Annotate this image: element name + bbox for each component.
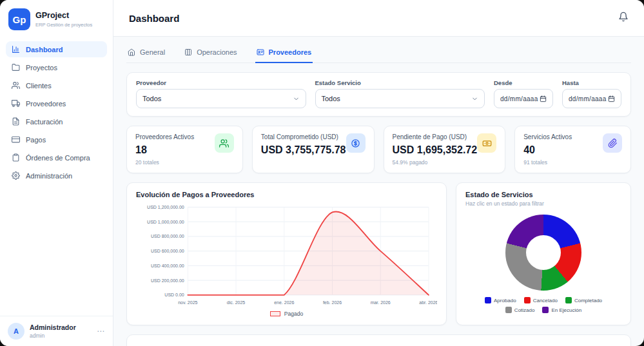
avatar: A — [8, 323, 24, 340]
filter-hasta: Hasta dd/mm/aaaa — [562, 79, 621, 108]
sidebar-item-ordenes-de-compra[interactable]: Órdenes de Compra — [6, 149, 107, 166]
sidebar-item-label: Pagos — [26, 136, 46, 144]
sidebar-item-label: Facturación — [26, 118, 63, 126]
stat-value: USD 3,755,775.78 — [261, 144, 346, 156]
calendar-icon[interactable] — [540, 95, 547, 102]
donut-legend: AprobadoCanceladoCompletadoCotizadoEn Ej… — [465, 297, 621, 313]
svg-text:USD 0.00: USD 0.00 — [164, 293, 184, 297]
chevron-down-icon[interactable] — [471, 95, 478, 102]
brand: Gp GProject ERP Gestión de proyectos — [0, 0, 113, 37]
stat-card-total-comprometido: Total Comprometido (USD) USD 3,755,775.7… — [252, 126, 375, 173]
donut-legend-item[interactable]: Aprobado — [485, 297, 516, 303]
svg-text:USD 400,000.00: USD 400,000.00 — [151, 264, 184, 268]
bar-chart-icon — [12, 45, 20, 53]
chart-subtitle: Haz clic en un estado para filtrar — [465, 200, 621, 207]
paperclip-icon — [603, 133, 622, 153]
sidebar-item-label: Proyectos — [26, 64, 57, 72]
stat-value: 18 — [135, 144, 194, 156]
svg-text:USD 800,000.00: USD 800,000.00 — [151, 234, 184, 238]
sidebar: Gp GProject ERP Gestión de proyectos Das… — [0, 0, 113, 346]
app-name: GProject — [35, 11, 92, 21]
banknote-icon — [477, 133, 496, 153]
chevron-down-icon[interactable] — [293, 95, 300, 102]
bell-icon[interactable] — [618, 12, 629, 24]
credit-card-icon — [12, 135, 20, 144]
user-menu-button[interactable]: ⋯ — [97, 327, 105, 336]
donut-legend-item[interactable]: Cotizado — [505, 307, 535, 313]
top-bar: Dashboard — [113, 0, 644, 37]
dollar-circle-icon — [346, 133, 366, 153]
sidebar-item-dashboard[interactable]: Dashboard — [6, 41, 107, 57]
legend-color-box — [524, 297, 531, 303]
filter-estado-servicio: Estado Servicio Todos — [315, 79, 485, 108]
legend-color-box — [565, 297, 572, 303]
stat-card-proveedores-activos: Proveedores Activos 18 20 totales — [126, 126, 243, 173]
sidebar-item-proveedores[interactable]: Proveedores — [6, 95, 107, 111]
tab-label: Proveedores — [269, 48, 312, 56]
filter-label: Hasta — [562, 79, 621, 86]
sidebar-item-label: Órdenes de Compra — [26, 154, 90, 162]
stat-sub — [261, 159, 346, 165]
clipboard-icon — [12, 153, 20, 162]
sidebar-item-clientes[interactable]: Clientes — [6, 77, 107, 93]
file-text-icon — [12, 117, 20, 126]
filter-label: Estado Servicio — [315, 79, 485, 86]
estado-servicio-select[interactable]: Todos — [315, 89, 485, 108]
donut-legend-item[interactable]: Completado — [565, 297, 602, 303]
id-card-icon — [257, 48, 264, 56]
line-chart-legend[interactable]: Pagado — [136, 311, 437, 317]
svg-text:dic. 2025: dic. 2025 — [227, 300, 246, 305]
svg-text:USD 200,000.00: USD 200,000.00 — [151, 278, 184, 283]
services-donut-chart[interactable] — [505, 215, 581, 291]
tab-label: General — [140, 48, 165, 56]
stat-value: 40 — [523, 144, 572, 156]
user-panel: A Administrador admin ⋯ — [0, 316, 113, 346]
stat-label: Servicios Activos — [523, 133, 572, 140]
app-subtitle: ERP Gestión de proyectos — [35, 22, 92, 28]
sidebar-item-proyectos[interactable]: Proyectos — [6, 59, 107, 75]
calendar-icon[interactable] — [608, 95, 615, 102]
donut-legend-item[interactable]: En Ejecución — [542, 307, 581, 313]
app-window: Gp GProject ERP Gestión de proyectos Das… — [0, 0, 644, 346]
stat-value: USD 1,695,352.72 — [393, 144, 478, 156]
partial-card — [126, 334, 631, 346]
payments-line-chart: USD 0.00USD 200,000.00USD 400,000.00USD … — [136, 202, 437, 309]
user-name: Administrador — [30, 323, 76, 332]
tab-proveedores[interactable]: Proveedores — [255, 44, 313, 63]
charts-row: Evolución de Pagos a Proveedores USD 0.0… — [126, 182, 631, 325]
stat-label: Pendiente de Pago (USD) — [393, 133, 478, 140]
desde-date-input[interactable]: dd/mm/aaaa — [494, 89, 553, 108]
tab-label: Operaciones — [197, 48, 237, 56]
truck-icon — [12, 99, 20, 108]
select-value: Todos — [322, 95, 340, 102]
payments-chart-card: Evolución de Pagos a Proveedores USD 0.0… — [126, 182, 447, 325]
stat-sub: 20 totales — [135, 159, 194, 166]
stat-sub: 91 totales — [523, 159, 572, 166]
stats-row: Proveedores Activos 18 20 totales Total … — [126, 126, 631, 173]
stat-card-pendiente-de-pago: Pendiente de Pago (USD) USD 1,695,352.72… — [384, 126, 506, 173]
legend-color-box — [485, 297, 491, 303]
svg-text:USD 600,000.00: USD 600,000.00 — [151, 249, 184, 253]
svg-text:ene. 2026: ene. 2026 — [274, 300, 294, 305]
filter-proveedor: Proveedor Todos — [136, 79, 306, 108]
donut-legend-item[interactable]: Cancelado — [524, 297, 558, 303]
sidebar-item-pagos[interactable]: Pagos — [6, 131, 107, 148]
chart-title: Estado de Servicios — [465, 191, 621, 198]
sidebar-item-facturacion[interactable]: Facturación — [6, 113, 107, 130]
filters-card: Proveedor Todos Estado Servicio Todos De… — [126, 72, 631, 117]
users-icon — [215, 133, 234, 153]
folder-icon — [12, 63, 20, 72]
svg-text:feb. 2026: feb. 2026 — [323, 300, 342, 305]
sidebar-item-administracion[interactable]: Administración — [6, 168, 107, 184]
tab-operaciones[interactable]: Operaciones — [183, 44, 238, 63]
proveedor-select[interactable]: Todos — [136, 89, 306, 108]
tab-general[interactable]: General — [126, 44, 166, 63]
content: General Operaciones Proveedores Proveedo… — [113, 37, 644, 346]
legend-swatch — [270, 311, 280, 316]
sidebar-item-label: Dashboard — [26, 46, 63, 53]
legend-label: Pagado — [284, 311, 303, 317]
hasta-date-input[interactable]: dd/mm/aaaa — [562, 89, 621, 108]
main-area: Dashboard General Operaciones Proveedore… — [113, 0, 644, 346]
select-value: Todos — [142, 95, 161, 102]
svg-text:USD 1,200,000.00: USD 1,200,000.00 — [147, 205, 184, 209]
